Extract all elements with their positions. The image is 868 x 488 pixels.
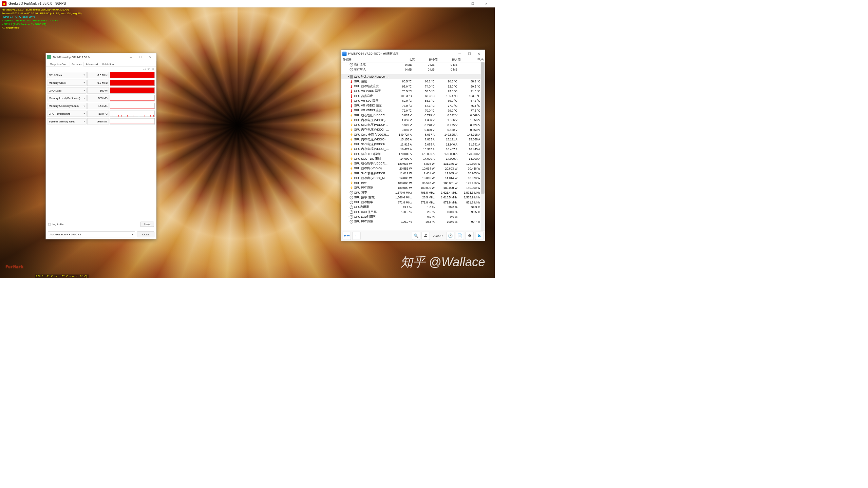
chevron-down-icon[interactable]: ▼ [83, 113, 85, 115]
sensor-group-header[interactable]: ▾GPU [#0]: AMD Radeon R... [341, 74, 485, 79]
header-current[interactable]: 实际 [392, 58, 415, 62]
sensor-row[interactable]: GPU PPT180.000 W36.543 W180.001 W179.416… [341, 180, 485, 185]
sensor-row[interactable]: GPU PPT 限制180.000 W180.000 W180.000 W180… [341, 186, 485, 190]
refresh-icon[interactable]: ⟳ [148, 67, 150, 70]
maximize-button[interactable]: ☐ [466, 0, 479, 7]
sensor-row[interactable]: GPU SoC 电流 (VDDCR_S...11.913 A3.085 A11.… [341, 142, 485, 147]
gpu-select-dropdown[interactable]: AMD Radeon RX 5700 XT [48, 231, 135, 237]
header-sensor[interactable]: 传感器 [343, 58, 392, 62]
sensor-label[interactable]: Memory Used (Dynamic)▼ [48, 103, 87, 109]
sensor-row[interactable]: 总计写入0 MB0 MB0 MB [341, 67, 485, 72]
sensor-row[interactable]: GPU 内存 电压 (VDDCI_M...0.850 V0.850 V0.850… [341, 128, 485, 132]
sensor-row[interactable]: GPU VR VDDIO 温度77.0 °C67.3 °C77.0 °C75.4… [341, 103, 485, 108]
sensor-row[interactable]: GPU 温度90.5 °C68.2 °C90.6 °C88.9 °C [341, 79, 485, 84]
header-min[interactable]: 最小值 [415, 58, 438, 62]
sensor-label[interactable]: CPU Temperature▼ [48, 111, 87, 117]
sensor-row[interactable]: GPU PPT 限制100.0 %20.3 %100.0 %99.7 % [341, 219, 485, 224]
chevron-down-icon[interactable]: ▼ [83, 97, 85, 99]
sensor-row[interactable]: GPU 显存结点温度92.0 °C74.0 °C92.0 °C90.3 °C [341, 84, 485, 89]
close-tool-icon[interactable]: ✖ [475, 232, 483, 240]
sensor-graph[interactable] [110, 95, 155, 101]
sensor-row[interactable]: GPU 内存 电流 (VDDCI_M...16.474 A15.313 A16.… [341, 147, 485, 152]
sensor-row[interactable]: GPU 显存频率871.8 MHz871.8 MHz871.8 MHz871.8… [341, 200, 485, 204]
hwinfo-close-button[interactable]: ✕ [474, 50, 484, 58]
chevron-down-icon[interactable]: ▼ [83, 74, 85, 76]
chevron-down-icon[interactable]: ▼ [83, 105, 85, 107]
sensor-row[interactable]: GPU 热点温度105.3 °C68.3 °C105.4 °C103.5 °C [341, 94, 485, 98]
sensor-row[interactable]: GPU VR VDDCI 温度79.0 °C70.0 °C79.0 °C77.2… [341, 108, 485, 113]
sensor-value: 5630 MB [87, 118, 109, 124]
sensor-graph[interactable] [110, 103, 155, 109]
hwinfo-titlebar[interactable]: HWiNFO64 v7.30-4870 - 传感器状态 ─ ☐ ✕ [341, 50, 485, 58]
chevron-down-icon[interactable]: ▼ [83, 90, 85, 92]
hwinfo-column-headers[interactable]: 传感器 实际 最小值 最大值 平均 [341, 58, 485, 62]
sensor-label[interactable]: GPU Clock▼ [48, 72, 87, 78]
sensor-row[interactable]: GPU 核心 TDC 限制170.000 A170.000 A170.000 A… [341, 152, 485, 156]
tab-graphics-card[interactable]: Graphics Card [48, 61, 70, 66]
log-to-file-checkbox[interactable]: Log to file [48, 223, 63, 226]
chevron-down-icon[interactable]: ▼ [83, 120, 85, 122]
gpuz-close-main-button[interactable]: Close [137, 231, 154, 237]
sensor-label[interactable]: Memory Used (Dedicated)▼ [48, 95, 87, 101]
tab-advanced[interactable]: Advanced [84, 61, 100, 66]
gpuz-titlebar[interactable]: TechPowerUp GPU-Z 2.54.0 ─ ☐ ✕ [46, 53, 156, 61]
sensor-row[interactable]: GPU 核心功率 (VDDCR_GFX)129.936 W5.876 W131.… [341, 161, 485, 166]
sensor-row[interactable]: GPU 核心电压 (VDDCR_GFX)0.867 V0.729 V0.892 … [341, 113, 485, 118]
sensor-row[interactable]: GPU VR SoC 温度69.0 °C55.3 °C69.0 °C67.2 °… [341, 98, 485, 103]
screenshot-icon[interactable]: ⛶ [143, 67, 146, 70]
sensor-row[interactable]: GPU 显存功 (VDDCI_MEM)14.003 W13.016 W14.01… [341, 176, 485, 180]
sensor-label[interactable]: Memory Clock▼ [48, 80, 87, 86]
sensor-graph[interactable] [110, 118, 155, 124]
sensor-row[interactable]: GPU 显存功 (VDDIO)20.552 W10.664 W20.603 W2… [341, 166, 485, 171]
sensor-row[interactable]: 总计读取0 MB0 MB0 MB [341, 62, 485, 67]
reset-button[interactable]: Reset [140, 222, 154, 227]
sensor-row[interactable]: GPU SOC TDC 限制14.000 A14.000 A14.000 A14… [341, 156, 485, 161]
sensor-row[interactable]: GPU VR VDDC 温度73.5 °C55.5 °C73.6 °C71.6 … [341, 89, 485, 94]
sensor-row[interactable]: GPU 频率1,570.9 MHz795.5 MHz1,621.4 MHz1,5… [341, 190, 485, 195]
sensor-graph[interactable] [110, 87, 155, 94]
sensor-row[interactable]: GPU SoC 功耗 (VDDCR_S...11.019 W2.401 W11.… [341, 171, 485, 176]
clock-icon[interactable]: 🕐 [446, 232, 454, 240]
sensor-label[interactable]: System Memory Used▼ [48, 118, 87, 124]
sensor-graph[interactable] [110, 111, 155, 117]
sensor-row[interactable]: ▸GPU D3D利用率0.0 %0.0 % [341, 214, 485, 219]
close-button[interactable]: ✕ [479, 0, 493, 7]
tab-validation[interactable]: Validation [100, 61, 116, 66]
scrollbar-thumb[interactable] [481, 62, 485, 194]
network-icon[interactable]: 🖧 [421, 232, 430, 240]
settings-icon[interactable]: ⚙ [466, 232, 474, 240]
sensor-value: 105.3 °C [389, 94, 412, 98]
menu-icon[interactable]: ≡ [152, 67, 154, 70]
sensor-label[interactable]: GPU Load▼ [48, 87, 87, 94]
hwinfo-minimize-button[interactable]: ─ [455, 50, 465, 58]
save-icon[interactable]: 📄 [456, 232, 464, 240]
nav-expand-icon[interactable]: ↔ [353, 232, 361, 240]
gpuz-maximize-button[interactable]: ☐ [136, 53, 146, 61]
furmark-titlebar[interactable]: ◉ Geeks3D FurMark v1.35.0.0 - 96FPS ─ ☐ … [0, 0, 495, 7]
sensor-row[interactable]: GPU利用率99.7 %1.0 %99.8 %99.3 % [341, 205, 485, 210]
sensor-graph[interactable] [110, 80, 155, 86]
sensor-row[interactable]: GPU 内存 电流 (VDDIO)15.153 A7.863 A15.191 A… [341, 137, 485, 142]
chevron-down-icon[interactable]: ▼ [83, 82, 85, 84]
gpuz-window[interactable]: TechPowerUp GPU-Z 2.54.0 ─ ☐ ✕ Graphics … [46, 53, 157, 239]
hwinfo-scrollbar[interactable] [480, 62, 485, 231]
collapse-icon[interactable]: ▾ [342, 75, 349, 78]
gpuz-minimize-button[interactable]: ─ [126, 53, 136, 61]
search-icon[interactable]: 🔍 [412, 232, 420, 240]
log-checkbox-input[interactable] [48, 223, 51, 225]
header-avg[interactable]: 平均 [460, 58, 483, 62]
gpuz-close-button[interactable]: ✕ [146, 53, 155, 61]
sensor-graph[interactable] [110, 72, 155, 78]
nav-back-forward-icon[interactable]: ⬅➡ [343, 232, 351, 240]
minimize-button[interactable]: ─ [452, 0, 466, 7]
sensor-row[interactable]: GPU 内存 电压 (VDDIO)1.356 V1.356 V1.356 V1.… [341, 118, 485, 122]
sensor-row[interactable]: GPU Core 电流 (VDDCR_G...149.724 A8.037 A1… [341, 132, 485, 137]
sensor-row[interactable]: GPU 频率 (有效)1,566.6 MHz28.5 MHz1,615.5 MH… [341, 195, 485, 200]
sensor-row[interactable]: GPU D3D 使用率100.0 %2.5 %100.0 %99.5 % [341, 210, 485, 214]
sensor-value: 28.5 MHz [412, 196, 435, 199]
tab-sensors[interactable]: Sensors [70, 62, 84, 66]
header-max[interactable]: 最大值 [438, 58, 460, 62]
hwinfo-maximize-button[interactable]: ☐ [465, 50, 474, 58]
sensor-row[interactable]: GPU SoC 电压 (VDDCR_S...0.925 V0.778 V0.92… [341, 122, 485, 127]
hwinfo-window[interactable]: HWiNFO64 v7.30-4870 - 传感器状态 ─ ☐ ✕ 传感器 实际… [341, 50, 485, 241]
